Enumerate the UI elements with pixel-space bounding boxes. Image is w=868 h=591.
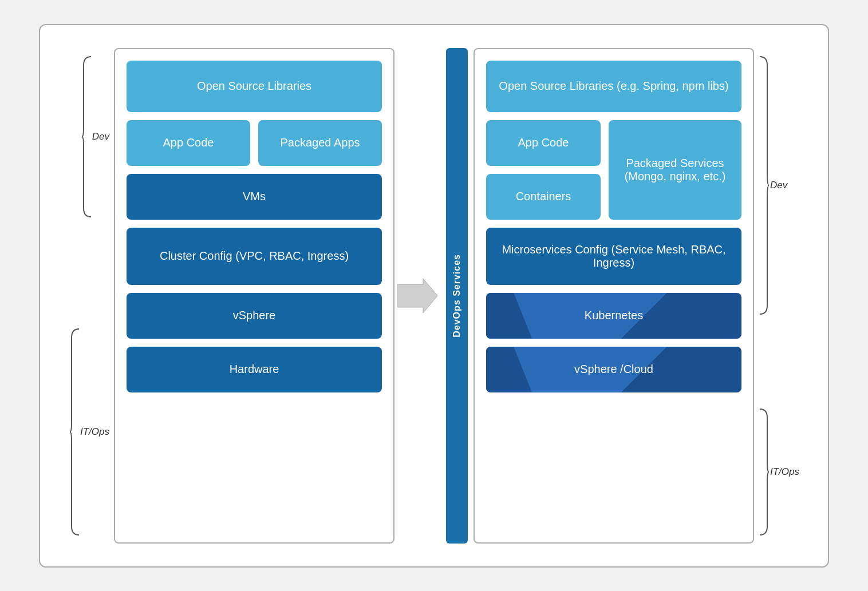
left-hardware-label: Hardware <box>230 363 279 376</box>
right-packaged-services-label: Packaged Services (Mongo, nginx, etc.) <box>618 157 732 183</box>
right-open-source-label: Open Source Libraries (e.g. Spring, npm … <box>499 80 728 93</box>
main-frame: Dev IT/Ops Open Source Libraries App Cod… <box>39 24 829 568</box>
left-vsphere-block: vSphere <box>127 293 382 339</box>
itops-label-right: IT/Ops <box>770 466 799 478</box>
right-app-row: App Code Containers Packaged Services (M… <box>486 120 741 220</box>
left-cluster-config-block: Cluster Config (VPC, RBAC, Ingress) <box>127 228 382 285</box>
left-hardware-block: Hardware <box>127 347 382 392</box>
right-containers-label: Containers <box>516 190 571 203</box>
devops-services-bar: DevOps Services <box>446 48 468 544</box>
itops-bracket-right: IT/Ops <box>759 406 799 538</box>
itops-label-left: IT/Ops <box>80 426 109 438</box>
right-content-box: Open Source Libraries (e.g. Spring, npm … <box>474 48 754 544</box>
left-packaged-apps-block: Packaged Apps <box>258 120 382 166</box>
right-packaged-services-block: Packaged Services (Mongo, nginx, etc.) <box>609 120 741 220</box>
right-kubernetes-label: Kubernetes <box>585 309 643 322</box>
arrow-section <box>394 48 440 544</box>
right-brackets: Dev IT/Ops <box>754 48 799 544</box>
right-app-code-label: App Code <box>518 136 569 149</box>
left-brackets: Dev IT/Ops <box>69 48 114 544</box>
dev-bracket-left: Dev <box>81 54 109 220</box>
left-open-source-label: Open Source Libraries <box>197 80 311 93</box>
right-vsphere-cloud-block: vSphere /Cloud <box>486 347 741 392</box>
left-app-code-block: App Code <box>127 120 250 166</box>
left-open-source-block: Open Source Libraries <box>127 61 382 112</box>
devops-bar-label: DevOps Services <box>452 254 462 338</box>
left-packaged-apps-label: Packaged Apps <box>281 136 360 149</box>
right-app-code-block: App Code <box>486 120 601 166</box>
right-microservices-config-label: Microservices Config (Service Mesh, RBAC… <box>495 243 732 269</box>
itops-brace-icon <box>69 326 80 538</box>
dev-brace-right-icon <box>759 54 770 317</box>
right-vsphere-cloud-label: vSphere /Cloud <box>574 363 653 376</box>
right-kubernetes-block: Kubernetes <box>486 293 741 339</box>
right-containers-block: Containers <box>486 174 601 220</box>
svg-marker-0 <box>397 279 437 313</box>
itops-brace-right-icon <box>759 406 770 538</box>
right-microservices-config-block: Microservices Config (Service Mesh, RBAC… <box>486 228 741 285</box>
itops-bracket-left: IT/Ops <box>69 326 109 538</box>
left-vsphere-label: vSphere <box>233 309 276 322</box>
right-open-source-block: Open Source Libraries (e.g. Spring, npm … <box>486 61 741 112</box>
left-vms-label: VMs <box>243 190 266 203</box>
right-side: Open Source Libraries (e.g. Spring, npm … <box>474 48 799 544</box>
left-content-box: Open Source Libraries App Code Packaged … <box>114 48 394 544</box>
left-app-row: App Code Packaged Apps <box>127 120 382 166</box>
left-app-code-label: App Code <box>163 136 214 149</box>
dev-bracket-right: Dev <box>759 54 787 317</box>
dev-label-right: Dev <box>770 180 787 191</box>
dev-brace-icon <box>81 54 92 220</box>
left-side: Dev IT/Ops Open Source Libraries App Cod… <box>69 48 394 544</box>
dev-label-left: Dev <box>92 131 109 142</box>
right-left-col: App Code Containers <box>486 120 601 220</box>
left-vms-block: VMs <box>127 174 382 220</box>
left-cluster-config-label: Cluster Config (VPC, RBAC, Ingress) <box>160 249 349 263</box>
right-arrow-icon <box>397 279 437 313</box>
